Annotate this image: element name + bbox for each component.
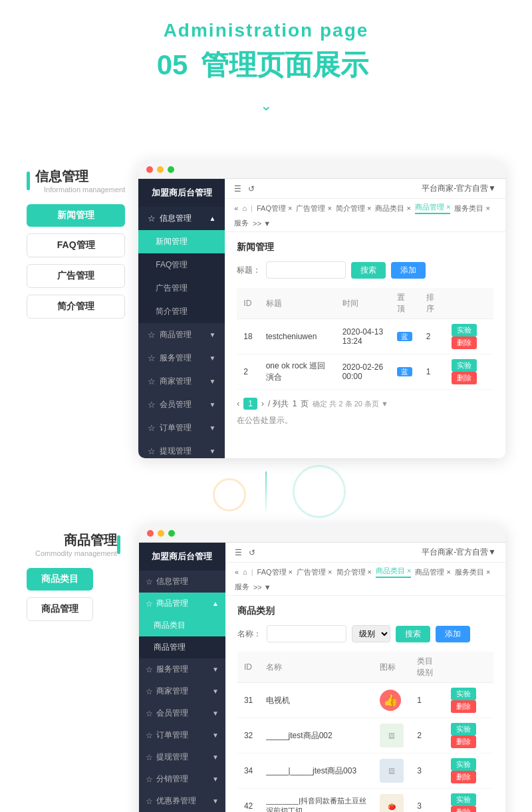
sb2-order[interactable]: ☆ 订单管理 ▼ (139, 724, 225, 746)
admin-ui-2: 加盟商后台管理 ☆ 信息管理 ☆ 商品管理 ▲ 商品类目 商品管理 ☆ (139, 543, 505, 812)
bc-back-2[interactable]: « (235, 568, 239, 576)
col-actions-2 (444, 652, 493, 683)
ad-mgmt-btn[interactable]: 广告管理 (27, 264, 125, 288)
sidebar-arrow-info: ▲ (209, 215, 215, 222)
cell-name-p4: ________|抖音同款番茄土豆丝泥煎切丁切 (259, 789, 373, 813)
search-btn-2[interactable]: 搜索 (396, 626, 430, 642)
bc2-product-cat[interactable]: 商品类目 × (376, 566, 411, 578)
next-btn[interactable]: › (261, 399, 264, 408)
sb2-info-icon: ☆ (146, 577, 153, 587)
edit-btn[interactable]: 实验 (452, 359, 477, 372)
sb2-product-cat[interactable]: 商品类目 (139, 614, 225, 636)
col-title: 标题 (259, 288, 336, 319)
product-icon-img-4: 🍅 (380, 794, 404, 812)
edit-btn-p4[interactable]: 实验 (451, 793, 476, 806)
del-btn[interactable]: 删除 (452, 337, 477, 349)
sidebar-merchant-mgmt[interactable]: ☆ 商家管理 ▼ (138, 370, 225, 393)
bc2-more[interactable]: >> ▼ (253, 583, 271, 591)
news-label: 新闻管理 (156, 236, 188, 247)
title-cn-info: 信息管理 (35, 168, 125, 186)
cell-id: 2 (237, 354, 259, 390)
sb2-member[interactable]: ☆ 会员管理 ▼ (139, 702, 225, 724)
cell-icon-p4: 🍅 (373, 789, 410, 813)
topbar-menu-icon[interactable]: ☰ (234, 184, 241, 194)
bc-service[interactable]: 服务 (234, 218, 249, 228)
product-mgmt-btn[interactable]: 商品管理 (27, 597, 93, 621)
del-btn[interactable]: 删除 (452, 372, 477, 384)
sb2-info[interactable]: ☆ 信息管理 (139, 571, 225, 593)
del-btn-p3[interactable]: 删除 (451, 771, 476, 783)
sidebar-faq-mgmt[interactable]: FAQ管理 (138, 253, 225, 277)
sb2-merchant[interactable]: ☆ 商家管理 ▼ (139, 680, 225, 702)
sidebar-1: 加盟商后台管理 ☆ 信息管理 ▲ 新闻管理 FAQ管理 广告管理 (138, 179, 225, 458)
bc-more[interactable]: >> ▼ (253, 219, 271, 227)
sb2-distribution[interactable]: ☆ 分销管理 ▼ (139, 768, 225, 790)
topbar-left-2: ☰ ↺ (235, 548, 255, 557)
title-en-info: Information management (44, 186, 125, 194)
sidebar-member-mgmt[interactable]: ☆ 会员管理 ▼ (138, 393, 225, 416)
topbar-refresh-icon-2[interactable]: ↺ (249, 548, 255, 557)
product-cat-table: ID 名称 图标 类目级别 31 电视机 (237, 652, 493, 812)
faq-mgmt-btn[interactable]: FAQ管理 (27, 233, 125, 257)
sidebar-product-mgmt[interactable]: ☆ 商品管理 ▼ (138, 323, 225, 346)
bc2-service-cat[interactable]: 服务类目 × (455, 567, 490, 577)
sb2-product[interactable]: ☆ 商品管理 ▲ (139, 593, 225, 614)
del-btn-p4[interactable]: 删除 (451, 806, 476, 812)
sidebar-service-mgmt[interactable]: ☆ 服务管理 ▼ (138, 346, 225, 370)
del-btn-p1[interactable]: 删除 (451, 700, 476, 713)
edit-btn-p2[interactable]: 实验 (451, 723, 476, 736)
bc-intro[interactable]: 简介管理 × (336, 203, 371, 213)
add-btn-1[interactable]: 添加 (391, 262, 426, 279)
search-bar-1: 标题： 搜索 添加 (237, 261, 493, 279)
intro-label: 简介管理 (156, 306, 188, 317)
edit-btn-p1[interactable]: 实验 (451, 688, 476, 700)
sidebar-ad-mgmt[interactable]: 广告管理 (138, 277, 225, 300)
edit-btn-p3[interactable]: 实验 (451, 758, 476, 771)
level-select[interactable]: 级别 1 2 3 (352, 625, 390, 642)
bc-product-mgmt[interactable]: 商品管理 × (415, 202, 450, 214)
edit-btn[interactable]: 实验 (452, 324, 477, 337)
cell-level-p3: 3 (410, 753, 444, 789)
intro-mgmt-btn[interactable]: 简介管理 (27, 295, 125, 319)
bc2-faq[interactable]: FAQ管理 × (257, 567, 293, 577)
sb2-coupon[interactable]: ☆ 优惠券管理 ▼ (139, 790, 225, 812)
sidebar-withdraw-mgmt[interactable]: ☆ 提现管理 ▼ (138, 440, 225, 458)
bc2-intro[interactable]: 简介管理 × (336, 567, 372, 577)
del-btn-p2[interactable]: 删除 (451, 736, 476, 748)
breadcrumb-home[interactable]: ⌂ (242, 204, 247, 212)
sb2-service[interactable]: ☆ 服务管理 ▼ (139, 658, 225, 680)
withdraw-icon: ☆ (148, 446, 156, 456)
bc-product-cat[interactable]: 商品类目 × (375, 203, 410, 213)
add-btn-2[interactable]: 添加 (436, 626, 470, 642)
bc2-ad[interactable]: 广告管理 × (297, 567, 332, 577)
sb2-withdraw[interactable]: ☆ 提现管理 ▼ (139, 746, 225, 768)
pagination-info: 确定 共 2 条 20 条页 ▼ (313, 399, 388, 409)
bc2-product-mgmt[interactable]: 商品管理 × (415, 567, 450, 577)
bc-service-cat[interactable]: 服务类目 × (454, 203, 489, 213)
section-product-management: 加盟商后台管理 ☆ 信息管理 ☆ 商品管理 ▲ 商品类目 商品管理 ☆ (0, 511, 532, 812)
table-row: 34 _____|_____jtest商品003 🖼 3 实验 删除 (237, 753, 493, 789)
topbar-menu-icon-2[interactable]: ☰ (235, 548, 242, 557)
topbar-refresh-icon[interactable]: ↺ (248, 184, 255, 194)
search-btn-1[interactable]: 搜索 (351, 262, 386, 279)
sb2-dist-label: 分销管理 (156, 773, 188, 785)
sb2-product-mgmt[interactable]: 商品管理 (139, 636, 225, 658)
bc-home-2[interactable]: ⌂ (243, 568, 247, 576)
sb2-merchant-icon: ☆ (146, 687, 153, 696)
news-mgmt-btn[interactable]: 新闻管理 (27, 204, 125, 227)
sidebar-info-mgmt[interactable]: ☆ 信息管理 ▲ (138, 207, 225, 230)
breadcrumb-back[interactable]: « (234, 204, 238, 212)
search-input-1[interactable] (266, 261, 346, 279)
sidebar-order-mgmt[interactable]: ☆ 订单管理 ▼ (138, 416, 225, 440)
page-current[interactable]: 1 (243, 398, 257, 410)
bc-faq[interactable]: FAQ管理 × (257, 203, 293, 213)
topbar-right-2: 平台商家-官方自营▼ (422, 547, 496, 558)
sidebar-news-mgmt[interactable]: 新闻管理 (138, 230, 225, 253)
sidebar-intro-mgmt[interactable]: 简介管理 (138, 300, 225, 323)
search-input-2[interactable] (267, 625, 346, 642)
bc2-service[interactable]: 服务 (235, 582, 249, 592)
prev-btn[interactable]: ‹ (237, 399, 239, 408)
product-cat-btn[interactable]: 商品类目 (27, 568, 93, 591)
bc-ad[interactable]: 广告管理 × (296, 203, 331, 213)
sb2-service-label: 服务管理 (156, 664, 188, 675)
